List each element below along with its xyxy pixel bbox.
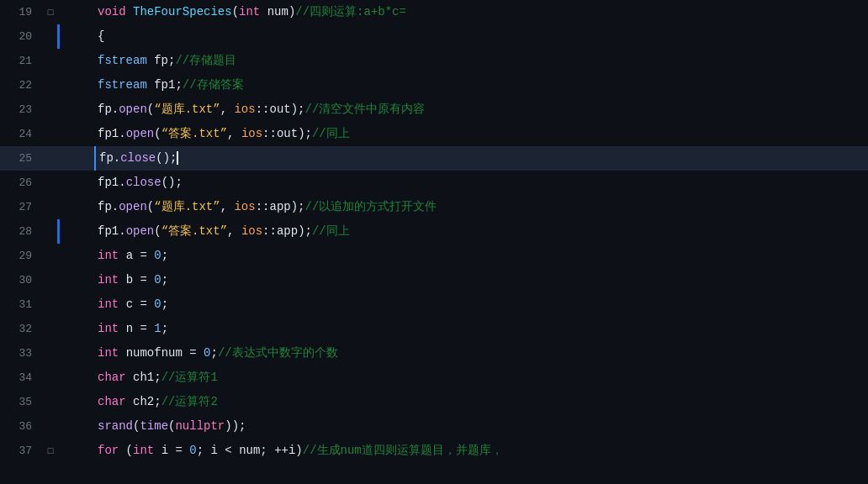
- code-line-19[interactable]: 19□void TheFourSpecies(int num)//四则运算:a+…: [0, 0, 868, 24]
- token-method: close: [120, 151, 156, 165]
- token-plain: =: [168, 444, 189, 457]
- token-plain: ,: [227, 224, 241, 238]
- token-plain: [126, 395, 133, 408]
- token-var: a: [126, 249, 133, 262]
- token-plain: .: [114, 151, 120, 165]
- token-var: out: [277, 127, 298, 140]
- line-number: 36: [0, 420, 42, 433]
- token-plain: );: [291, 200, 305, 213]
- blue-bar: [57, 219, 60, 244]
- fold-icon[interactable]: □: [42, 446, 59, 456]
- code-line-37[interactable]: 37□for (int i = 0; i < num; ++i)//生成num道…: [0, 439, 868, 463]
- token-str: “答案.txt”: [161, 127, 227, 140]
- token-ns: ios: [241, 224, 262, 238]
- token-plain: =: [183, 346, 204, 360]
- token-ns: ios: [234, 103, 255, 116]
- token-var: i: [161, 444, 168, 457]
- line-number: 31: [0, 298, 42, 311]
- code-content[interactable]: fp.open(“题库.txt”, ios::app);//以追加的方式打开文件: [94, 195, 868, 219]
- line-number: 28: [0, 225, 42, 238]
- code-line-21[interactable]: 21fstream fp;//存储题目: [0, 49, 868, 73]
- token-plain: ::: [256, 103, 270, 116]
- token-plain: =: [133, 273, 154, 287]
- code-line-26[interactable]: 26fp1.close();: [0, 171, 868, 195]
- token-var: num: [267, 5, 288, 18]
- fold-icon[interactable]: □: [42, 8, 59, 18]
- code-line-20[interactable]: 20{: [0, 24, 868, 49]
- code-line-23[interactable]: 23fp.open(“题库.txt”, ios::out);//清空文件中原有内…: [0, 97, 868, 122]
- line-number: 35: [0, 396, 42, 408]
- code-line-28[interactable]: 28fp1.open(“答案.txt”, ios::app);//同上: [0, 219, 868, 244]
- code-content[interactable]: fp.close();: [94, 146, 868, 171]
- line-number: 34: [0, 371, 42, 384]
- token-kw: int: [133, 444, 154, 457]
- token-plain: [147, 78, 154, 92]
- code-line-35[interactable]: 35char ch2;//运算符2: [0, 390, 868, 414]
- token-kw: int: [98, 322, 119, 335]
- code-content[interactable]: fp1.close();: [94, 171, 868, 195]
- code-line-36[interactable]: 36srand(time(nullptr));: [0, 414, 868, 439]
- code-content[interactable]: char ch1;//运算符1: [94, 366, 868, 390]
- code-content[interactable]: fstream fp1;//存储答案: [94, 73, 868, 97]
- code-line-29[interactable]: 29int a = 0;: [0, 244, 868, 268]
- code-line-27[interactable]: 27fp.open(“题库.txt”, ios::app);//以追加的方式打开…: [0, 195, 868, 219]
- token-num: 0: [154, 249, 161, 262]
- token-plain: ;: [175, 78, 182, 92]
- token-comment: //同上: [312, 127, 350, 140]
- code-line-31[interactable]: 31int c = 0;: [0, 292, 868, 317]
- code-content[interactable]: int c = 0;: [94, 292, 868, 317]
- token-var: ch1: [133, 371, 154, 384]
- token-plain: .: [119, 176, 125, 189]
- token-plain: .: [112, 200, 119, 213]
- token-var: fp1: [98, 127, 119, 140]
- code-line-33[interactable]: 33int numofnum = 0;//表达式中数字的个数: [0, 341, 868, 366]
- token-method: srand: [98, 419, 133, 433]
- code-content[interactable]: fp1.open(“答案.txt”, ios::out);//同上: [94, 122, 868, 146]
- code-line-30[interactable]: 30int b = 0;: [0, 268, 868, 292]
- code-line-34[interactable]: 34char ch1;//运算符1: [0, 366, 868, 390]
- text-cursor: [177, 151, 178, 165]
- token-plain: ::: [256, 200, 270, 213]
- token-plain: [119, 297, 125, 311]
- code-line-25[interactable]: 25fp.close();: [0, 146, 868, 171]
- code-content[interactable]: {: [94, 24, 868, 49]
- code-content[interactable]: for (int i = 0; i < num; ++i)//生成num道四则运…: [94, 439, 868, 463]
- token-plain: (: [119, 444, 133, 457]
- line-number: 27: [0, 201, 42, 213]
- token-plain: (: [154, 224, 161, 238]
- code-line-22[interactable]: 22fstream fp1;//存储答案: [0, 73, 868, 97]
- code-content[interactable]: int n = 1;: [94, 317, 868, 341]
- code-content[interactable]: fp1.open(“答案.txt”, ios::app);//同上: [94, 219, 868, 244]
- token-plain: <: [218, 444, 239, 457]
- token-plain: [119, 273, 125, 287]
- token-plain: [119, 346, 125, 360]
- code-content[interactable]: srand(time(nullptr));: [94, 414, 868, 439]
- token-comment: //存储题目: [175, 54, 236, 67]
- token-str: “题库.txt”: [154, 103, 220, 116]
- token-plain: (: [232, 5, 239, 18]
- code-content[interactable]: fp.open(“题库.txt”, ios::out);//清空文件中原有内容: [94, 97, 868, 122]
- token-kw: int: [98, 273, 119, 287]
- token-plain: [147, 54, 154, 67]
- line-number: 23: [0, 103, 42, 116]
- token-comment: //以追加的方式打开文件: [305, 200, 437, 213]
- token-plain: ();: [161, 176, 183, 189]
- code-area: 19□void TheFourSpecies(int num)//四则运算:a+…: [0, 0, 868, 484]
- token-plain: ;: [210, 346, 217, 360]
- code-content[interactable]: char ch2;//运算符2: [94, 390, 868, 414]
- code-line-32[interactable]: 32int n = 1;: [0, 317, 868, 341]
- line-number: 24: [0, 128, 42, 140]
- code-content[interactable]: void TheFourSpecies(int num)//四则运算:a+b*c…: [94, 0, 868, 24]
- token-var: out: [270, 103, 291, 116]
- code-content[interactable]: int numofnum = 0;//表达式中数字的个数: [94, 341, 868, 366]
- code-content[interactable]: fstream fp;//存储题目: [94, 49, 868, 73]
- token-method: open: [119, 103, 147, 116]
- line-number: 37: [0, 445, 42, 457]
- code-content[interactable]: int a = 0;: [94, 244, 868, 268]
- token-plain: .: [112, 103, 119, 116]
- token-plain: =: [133, 322, 154, 335]
- token-plain: ;: [161, 249, 168, 262]
- token-str: “答案.txt”: [161, 224, 227, 238]
- code-line-24[interactable]: 24fp1.open(“答案.txt”, ios::out);//同上: [0, 122, 868, 146]
- code-content[interactable]: int b = 0;: [94, 268, 868, 292]
